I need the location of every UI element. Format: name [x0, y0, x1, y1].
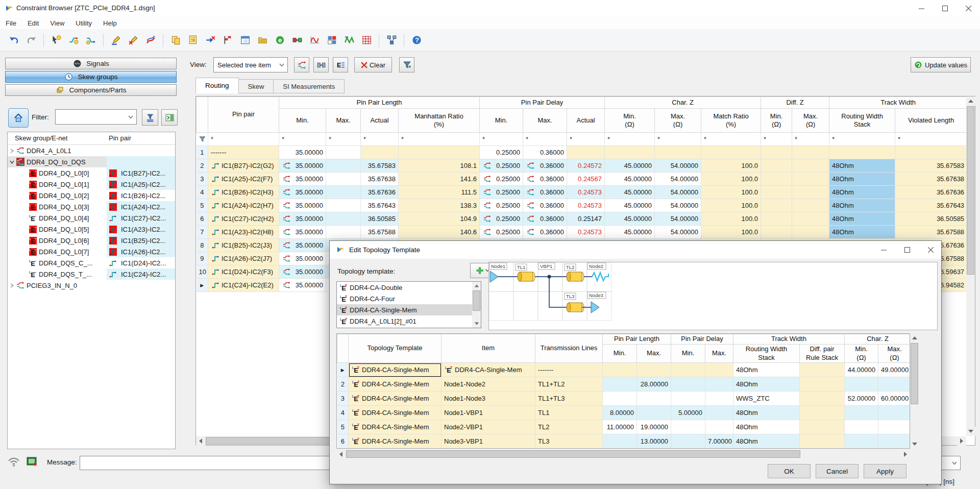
cell[interactable]: 35.00000 — [279, 226, 326, 239]
cell[interactable] — [705, 392, 733, 406]
cell[interactable]: 48Ohm — [829, 186, 895, 199]
tree-item[interactable]: LE-DDR4_DQ_L0[2] — [8, 190, 107, 201]
cell[interactable]: 0.36000 — [523, 159, 567, 173]
cell[interactable]: 48Ohm — [733, 363, 800, 377]
assign-net-icon[interactable] — [83, 33, 99, 48]
cell[interactable] — [878, 406, 910, 420]
cell[interactable]: 35.67588 — [895, 226, 966, 239]
row-marker[interactable]: 6 — [197, 212, 208, 226]
cell[interactable]: 0.25000 — [480, 212, 523, 226]
cell[interactable] — [603, 377, 637, 392]
cell[interactable]: 141.6 — [399, 173, 480, 186]
cell[interactable]: LETDDR4-CA-Single-Mem — [349, 406, 442, 420]
cell[interactable] — [800, 392, 845, 406]
cell[interactable]: LETDDR4-CA-Single-Mem — [349, 392, 442, 406]
cell[interactable]: 54.00000 — [655, 186, 701, 199]
tab-si-measurements[interactable]: SI Measurements — [274, 79, 345, 93]
tree-row[interactable]: DDR4_A_L0L1 — [8, 145, 175, 156]
cell[interactable]: 0.36000 — [523, 173, 567, 186]
cell[interactable]: 54.00000 — [655, 173, 701, 186]
table-row[interactable]: 5IC1(A24)-IC2(H7)35.0000035.67643138.30.… — [197, 199, 967, 212]
cell[interactable] — [792, 212, 829, 226]
cell[interactable] — [605, 146, 655, 159]
cell[interactable]: 54.00000 — [655, 199, 701, 212]
rule-sheet-icon[interactable] — [185, 33, 201, 48]
cell[interactable] — [761, 159, 792, 173]
rule-folder-icon[interactable] — [255, 33, 270, 48]
cell[interactable] — [792, 173, 829, 186]
cell[interactable] — [845, 377, 878, 392]
cell[interactable]: TL2 — [535, 420, 603, 434]
tree-pin-pair[interactable]: IC1(A25)-IC2... — [107, 179, 175, 190]
cell[interactable]: Node1-Node2 — [442, 377, 535, 392]
cell[interactable]: 0.25000 — [480, 146, 523, 159]
chevron-down-icon[interactable] — [128, 115, 133, 119]
cell[interactable]: 48Ohm — [829, 226, 895, 239]
pin-pair-cell[interactable]: IC1(A26)-IC2(J7) — [208, 252, 279, 265]
cell[interactable] — [761, 186, 792, 199]
pin-pair-cell[interactable]: IC1(C24)-IC2(E2) — [208, 279, 279, 292]
cell[interactable] — [326, 199, 361, 212]
collapse-icon[interactable] — [8, 160, 16, 164]
clear-button[interactable]: Clear — [354, 57, 392, 72]
cell[interactable]: 48Ohm — [829, 159, 895, 173]
sidebar-tab-signals[interactable]: Signals — [5, 58, 177, 69]
cell[interactable] — [792, 159, 829, 173]
cell[interactable] — [800, 363, 845, 377]
cell[interactable] — [637, 363, 671, 377]
expand-icon[interactable] — [8, 283, 16, 288]
help-icon[interactable]: ? — [409, 33, 424, 48]
expand-icon[interactable] — [8, 149, 16, 153]
show-enet-button[interactable]: E — [333, 57, 348, 72]
filter-cell[interactable]: * — [761, 133, 792, 146]
tree-item[interactable]: LE-DDR4_DQ_L0[7] — [8, 246, 107, 257]
tree-row[interactable]: DDR4_DQ_to_DQS — [8, 156, 175, 167]
tree-row[interactable]: LE-DDR4_DQ_L0[6]IC1(B25)-IC2... — [8, 235, 175, 246]
cell[interactable]: 35.00000 — [279, 173, 326, 186]
filter-input[interactable] — [55, 109, 137, 125]
tree-pin-pair[interactable]: IC1(B26)-IC2... — [107, 190, 175, 201]
dialog-vertical-scrollbar[interactable] — [910, 333, 919, 449]
cell[interactable] — [878, 434, 910, 449]
cell[interactable]: 52.00000 — [845, 392, 878, 406]
cell[interactable]: 0.36000 — [523, 186, 567, 199]
cell[interactable]: 100.0 — [701, 212, 761, 226]
cell[interactable] — [761, 199, 792, 212]
cell[interactable]: 45.00000 — [605, 186, 655, 199]
cell[interactable] — [845, 420, 878, 434]
cell[interactable]: 100.0 — [701, 159, 761, 173]
cell[interactable] — [761, 212, 792, 226]
row-marker[interactable]: 7 — [197, 226, 208, 239]
menu-help[interactable]: Help — [97, 19, 122, 27]
cell[interactable] — [705, 406, 733, 420]
undo-icon[interactable] — [6, 33, 21, 48]
cell[interactable] — [326, 146, 361, 159]
tree-row[interactable]: LE-DDR4_DQS_C_...IC1(D24)-IC2... — [8, 257, 175, 268]
cell[interactable] — [603, 434, 637, 449]
cell[interactable]: 35.00000 — [279, 186, 326, 199]
cell[interactable]: 48Ohm — [829, 173, 895, 186]
cell[interactable]: 48Ohm — [733, 434, 800, 449]
pin-pair-cell[interactable]: IC1(A25)-IC2(F7) — [208, 173, 279, 186]
table-row[interactable]: 5LETDDR4-CA-Single-MemNode2-VBP1TL211.00… — [337, 420, 911, 434]
cell[interactable] — [671, 363, 705, 377]
cell[interactable] — [603, 363, 637, 377]
panel-expand-button[interactable] — [161, 109, 178, 126]
cell[interactable]: 100.0 — [701, 173, 761, 186]
cell[interactable]: 35.00000 — [279, 265, 326, 279]
tab-routing[interactable]: Routing — [195, 78, 239, 93]
cell[interactable] — [792, 199, 829, 212]
pin-pair-cell[interactable]: ------- — [208, 146, 279, 159]
template-list-scrollbar[interactable] — [472, 282, 481, 328]
cell[interactable]: 45.00000 — [605, 159, 655, 173]
filter-values-button[interactable] — [399, 57, 414, 72]
table-row[interactable]: 6LETDDR4-CA-Single-MemNode3-VBP1TL313.00… — [337, 434, 911, 449]
cell[interactable] — [637, 406, 671, 420]
tree-pin-pair[interactable]: IC1(A24)-IC2... — [107, 201, 175, 212]
cell[interactable] — [800, 434, 845, 449]
tree-row[interactable]: LE-DDR4_DQ_L0[1]IC1(A25)-IC2... — [8, 179, 175, 190]
cell[interactable]: 44.00000 — [845, 363, 878, 377]
tree-row[interactable]: LE-DDR4_DQ_L0[0]IC1(B27)-IC2... — [8, 167, 175, 179]
maximize-icon[interactable] — [895, 241, 919, 259]
filter-cell[interactable]: * — [567, 133, 605, 146]
